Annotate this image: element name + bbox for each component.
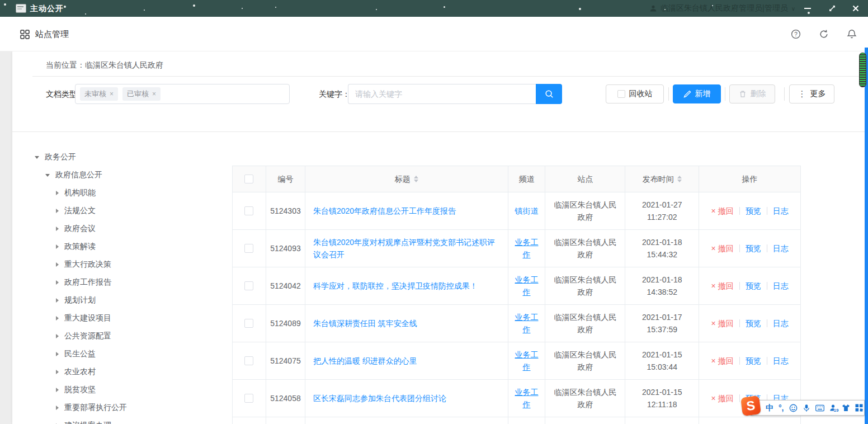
header-publish-time[interactable]: 发布时间 — [625, 166, 699, 192]
maximize-button[interactable] — [821, 0, 843, 17]
x-icon: × — [711, 244, 716, 253]
caret-right-icon[interactable] — [56, 334, 59, 338]
row-checkbox[interactable] — [244, 206, 253, 215]
tree-item[interactable]: 重要部署执行公开 — [12, 399, 225, 417]
star-dot — [376, 9, 377, 10]
ime-voice-button[interactable] — [803, 404, 810, 412]
delete-button[interactable]: 删除 — [729, 84, 775, 103]
close-button[interactable] — [845, 0, 867, 17]
channel-link[interactable]: 业务工作 — [513, 311, 541, 336]
refresh-button[interactable] — [817, 27, 831, 41]
caret-right-icon[interactable] — [56, 388, 59, 392]
ime-punctuation-button[interactable]: °, — [779, 404, 784, 412]
select-all-checkbox[interactable] — [244, 175, 253, 183]
vertical-scrollbar-track[interactable] — [865, 48, 868, 424]
withdraw-action[interactable]: × 撤回 — [711, 280, 734, 292]
row-checkbox[interactable] — [244, 394, 253, 403]
withdraw-action[interactable]: × 撤回 — [711, 355, 734, 367]
caret-right-icon[interactable] — [56, 406, 59, 410]
caret-right-icon[interactable] — [56, 352, 59, 356]
row-checkbox[interactable] — [244, 244, 253, 253]
tree-item[interactable]: 建议提案办理 — [12, 417, 225, 424]
sort-icon[interactable] — [677, 176, 682, 182]
doc-title-link[interactable]: 朱台镇2020年政府信息公开工作年度报告 — [313, 205, 456, 217]
preview-action[interactable]: 预览 — [746, 205, 761, 217]
caret-right-icon[interactable] — [56, 280, 59, 285]
add-button[interactable]: 新增 — [673, 84, 721, 103]
doc-title-link[interactable]: 朱台镇2020年度对村观摩点评暨村党支部书记述职评议会召开 — [313, 236, 500, 261]
withdraw-action[interactable]: × 撤回 — [711, 392, 734, 404]
ime-chinese-mode-button[interactable]: 中 — [766, 404, 773, 412]
caret-right-icon[interactable] — [56, 370, 59, 374]
tree-item[interactable]: 机构职能 — [12, 184, 225, 202]
caret-right-icon[interactable] — [56, 227, 59, 231]
doc-title-link[interactable]: 把人性的温暖 织进群众的心里 — [313, 355, 417, 367]
tree-item[interactable]: 政府工作报告 — [12, 274, 225, 291]
tree-item-label: 建议提案办理 — [64, 421, 111, 424]
log-action[interactable]: 日志 — [773, 242, 789, 255]
vertical-scrollbar-thumb[interactable] — [859, 53, 866, 87]
log-action[interactable]: 日志 — [773, 355, 789, 367]
ime-toolbox-button[interactable] — [855, 404, 863, 412]
tree-item[interactable]: 政府信息公开 — [12, 166, 225, 184]
notifications-button[interactable] — [845, 27, 859, 41]
tree-item[interactable]: 政策解读 — [12, 238, 225, 256]
row-checkbox[interactable] — [244, 281, 253, 290]
sogou-logo[interactable]: S — [740, 395, 761, 416]
row-checkbox[interactable] — [244, 319, 253, 328]
channel-link[interactable]: 业务工作 — [513, 348, 541, 373]
search-button[interactable] — [536, 84, 562, 104]
ime-skin-button[interactable] — [842, 404, 850, 412]
tree-item[interactable]: 重大行政决策 — [12, 256, 225, 274]
more-button[interactable]: ⋮ 更多 — [789, 84, 834, 103]
tree-item[interactable]: 政府会议 — [12, 220, 225, 238]
caret-right-icon[interactable] — [56, 209, 59, 213]
tree-item[interactable]: 公共资源配置 — [12, 327, 225, 345]
caret-right-icon[interactable] — [56, 316, 59, 321]
tree-item[interactable]: 政务公开 — [12, 148, 225, 166]
minimize-button[interactable] — [796, 0, 819, 17]
caret-down-icon[interactable] — [45, 174, 50, 177]
tree-item[interactable]: 脱贫攻坚 — [12, 381, 225, 399]
preview-action[interactable]: 预览 — [746, 355, 761, 367]
doc-title-link[interactable]: 朱台镇深耕责任田 筑牢安全线 — [313, 317, 417, 329]
caret-right-icon[interactable] — [56, 298, 59, 303]
caret-right-icon[interactable] — [56, 244, 59, 249]
withdraw-action[interactable]: × 撤回 — [711, 205, 734, 217]
recycle-checkbox[interactable] — [617, 90, 625, 98]
channel-link[interactable]: 镇街道 — [515, 205, 539, 217]
tag-close-icon[interactable]: × — [152, 90, 156, 98]
channel-link[interactable]: 业务工作 — [513, 386, 541, 411]
ime-keyboard-button[interactable] — [815, 404, 824, 412]
withdraw-action[interactable]: × 撤回 — [711, 317, 734, 329]
preview-action[interactable]: 预览 — [746, 317, 761, 329]
help-button[interactable]: ? — [789, 27, 803, 41]
caret-right-icon[interactable] — [56, 191, 59, 195]
doc-title-link[interactable]: 科学应对，联防联控，坚决捍卫疫情防控成果！ — [313, 280, 478, 292]
sort-icon[interactable] — [414, 176, 418, 182]
preview-action[interactable]: 预览 — [746, 280, 761, 292]
channel-link[interactable]: 业务工作 — [513, 236, 541, 261]
recycle-bin-button[interactable]: 回收站 — [606, 84, 664, 103]
log-action[interactable]: 日志 — [773, 205, 789, 217]
log-action[interactable]: 日志 — [773, 280, 789, 292]
caret-right-icon[interactable] — [56, 262, 59, 267]
doc-type-select[interactable]: 未审核 × 已审核 × — [75, 84, 290, 104]
ime-emoji-button[interactable] — [789, 404, 798, 412]
caret-down-icon[interactable] — [35, 156, 39, 159]
tree-item[interactable]: 规划计划 — [12, 291, 225, 309]
tree-item[interactable]: 法规公文 — [12, 202, 225, 220]
keyword-input[interactable] — [348, 84, 536, 104]
withdraw-action[interactable]: × 撤回 — [711, 242, 734, 255]
tree-item[interactable]: 重大建设项目 — [12, 309, 225, 327]
tag-close-icon[interactable]: × — [110, 90, 114, 98]
tree-item[interactable]: 民生公益 — [12, 345, 225, 363]
channel-link[interactable]: 业务工作 — [513, 274, 541, 298]
preview-action[interactable]: 预览 — [746, 242, 761, 255]
tree-item[interactable]: 农业农村 — [12, 363, 225, 381]
header-title[interactable]: 标题 — [305, 166, 508, 192]
row-checkbox[interactable] — [244, 356, 253, 365]
doc-title-link[interactable]: 区长宋磊同志参加朱台代表团分组讨论 — [313, 392, 446, 404]
ime-login-button[interactable]: 19 — [829, 404, 837, 412]
log-action[interactable]: 日志 — [773, 317, 789, 329]
